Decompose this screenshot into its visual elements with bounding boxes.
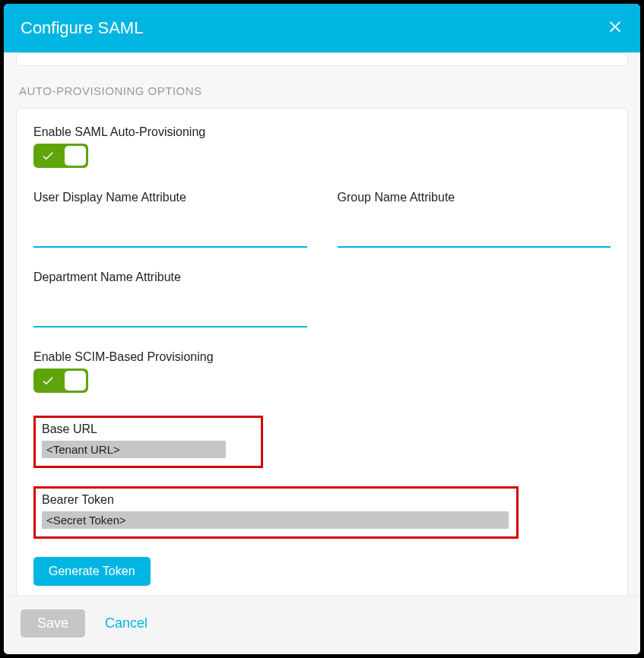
modal-body[interactable]: AUTO-PROVISIONING OPTIONS Enable SAML Au… <box>4 52 640 595</box>
label-base-url: Base URL <box>42 422 255 436</box>
toggle-scim[interactable] <box>33 369 88 393</box>
check-icon <box>41 149 55 166</box>
label-department-name: Department Name Attribute <box>33 270 307 284</box>
toggle-knob <box>65 146 86 166</box>
field-bearer-token[interactable] <box>42 511 509 529</box>
modal-footer: Save Cancel <box>4 595 640 654</box>
label-enable-scim: Enable SCIM-Based Provisioning <box>33 350 611 364</box>
configure-saml-modal: Configure SAML AUTO-PROVISIONING OPTIONS… <box>4 4 640 654</box>
input-department-name[interactable] <box>33 304 307 327</box>
autoprov-card: Enable SAML Auto-Provisioning User Displ… <box>16 108 628 595</box>
check-icon <box>41 374 55 391</box>
close-icon[interactable] <box>607 17 623 39</box>
highlight-bearer-token: Bearer Token <box>33 486 519 539</box>
generate-token-button[interactable]: Generate Token <box>33 557 151 586</box>
highlight-base-url: Base URL <box>33 416 263 468</box>
toggle-knob <box>65 371 86 391</box>
section-title-autoprov: AUTO-PROVISIONING OPTIONS <box>16 84 628 97</box>
input-user-display-name[interactable] <box>33 224 307 248</box>
modal-header: Configure SAML <box>4 4 640 52</box>
field-base-url[interactable] <box>42 441 226 458</box>
label-group-name: Group Name Attribute <box>338 191 611 204</box>
label-user-display-name: User Display Name Attribute <box>33 191 307 204</box>
modal-title: Configure SAML <box>21 18 143 38</box>
save-button[interactable]: Save <box>21 609 85 637</box>
previous-card-edge <box>16 52 628 66</box>
toggle-saml-autoprov[interactable] <box>33 144 88 168</box>
label-enable-saml-autoprov: Enable SAML Auto-Provisioning <box>33 125 611 139</box>
input-group-name[interactable] <box>338 224 611 248</box>
cancel-button[interactable]: Cancel <box>105 615 148 631</box>
label-bearer-token: Bearer Token <box>42 493 510 507</box>
